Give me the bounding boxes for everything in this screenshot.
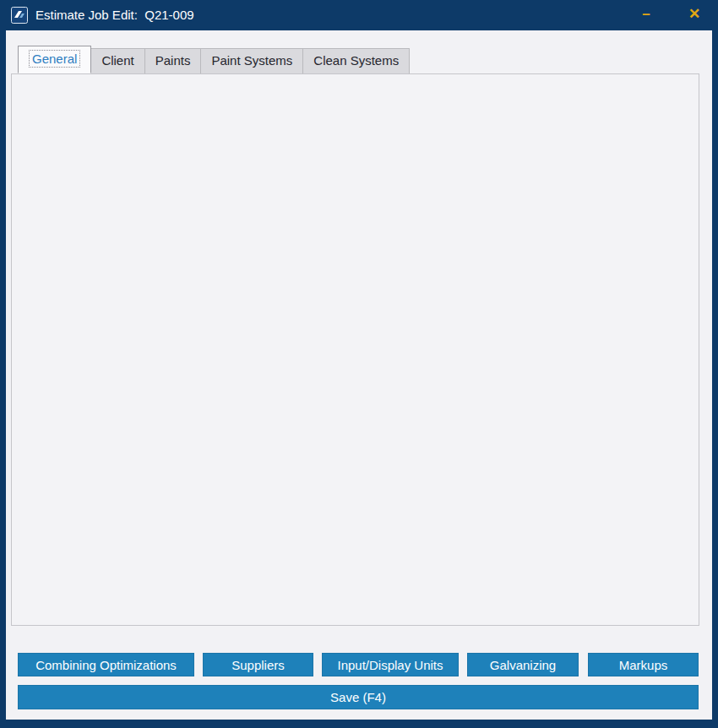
tab-client[interactable]: Client [90,48,144,73]
minimize-icon[interactable]: – [631,0,661,30]
suppliers-button[interactable]: Suppliers [203,653,313,676]
general-tab-page [11,73,699,626]
combining-optimizations-button[interactable]: Combining Optimizations [18,653,194,676]
tab-general[interactable]: General [18,46,91,73]
tab-clean-systems[interactable]: Clean Systems [302,48,410,73]
tab-paints[interactable]: Paints [144,48,202,73]
tab-paint-systems[interactable]: Paint Systems [200,48,303,73]
dialog-body: General Client Paints Paint Systems Clea… [6,30,712,720]
galvanizing-button[interactable]: Galvanizing [467,653,579,676]
tab-strip: General Client Paints Paint Systems Clea… [18,46,409,73]
markups-button[interactable]: Markups [588,653,699,676]
title-bar: Estimate Job Edit: Q21-009 – ✕ [0,0,718,30]
save-button[interactable]: Save (F4) [18,685,699,709]
input-display-units-button[interactable]: Input/Display Units [322,653,459,676]
close-icon[interactable]: ✕ [679,0,710,30]
app-icon [11,7,28,24]
window-title: Estimate Job Edit: Q21-009 [35,0,194,30]
